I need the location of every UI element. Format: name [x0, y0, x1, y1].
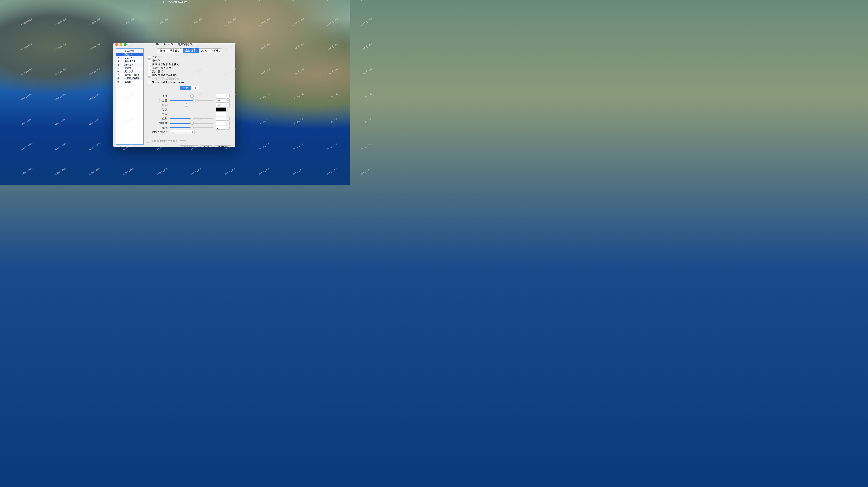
- tab-OCR[interactable]: OCR: [198, 48, 209, 53]
- preview-button[interactable]: 预览窗口: [214, 145, 232, 147]
- list-item[interactable]: 7彩色电子邮件: [116, 73, 143, 77]
- watermark-top-text: www.MacW.com: [167, 0, 187, 3]
- checkbox-row[interactable]: Split in half for book pages: [148, 80, 232, 84]
- stepper[interactable]: ▴▾: [227, 126, 229, 130]
- scan-button[interactable]: 扫描: [200, 145, 213, 147]
- watermark: macmj.com: [122, 0, 135, 1]
- slider-value[interactable]: 0: [216, 117, 226, 121]
- list-item[interactable]: 9Batch: [116, 80, 143, 84]
- slider-label: 色调:: [149, 117, 170, 121]
- slider-row-contrast: 对比度:10▴▾: [149, 98, 229, 103]
- watermark: macmj.com: [258, 142, 271, 151]
- watermark: macmj.com: [224, 18, 237, 26]
- subtab-次[interactable]: 次: [191, 86, 199, 90]
- list-header-name: 个人设置: [123, 49, 143, 53]
- remove-button[interactable]: −: [121, 146, 126, 147]
- list-item[interactable]: 8灰阶电子邮件: [116, 77, 143, 80]
- slider-value[interactable]: 2.2: [216, 103, 226, 107]
- list-item[interactable]: 1彩色 PDF: [116, 53, 143, 56]
- titlebar[interactable]: ExactScan Pro - 没有扫描仪: [114, 43, 235, 46]
- list-item[interactable]: 2灰阶 PDF: [116, 56, 143, 60]
- preset-list[interactable]: 个人设置 1彩色 PDF2灰阶 PDF3黑白 PDF4彩色复印5灰阶复印6黑白复…: [116, 48, 144, 145]
- list-item-name: 黑白复印: [123, 70, 143, 73]
- stepper[interactable]: ▴▾: [227, 94, 229, 98]
- tab-归档[interactable]: 归档: [157, 48, 167, 53]
- minimize-icon[interactable]: [120, 43, 122, 46]
- stepper[interactable]: ▴▾: [227, 117, 229, 121]
- subtab-主要[interactable]: 主要: [180, 86, 191, 90]
- color-dropout-dropdown[interactable]: 无 ▴▾: [170, 130, 195, 134]
- gear-button[interactable]: ✻▾: [126, 146, 132, 147]
- desktop: www.MacW.com ExactScan Pro - 没有扫描仪 个人设置 …: [0, 0, 350, 185]
- slider-label: 白点:: [149, 112, 170, 116]
- zoom-icon[interactable]: [124, 43, 127, 46]
- chevron-up-icon[interactable]: ▴: [227, 126, 229, 128]
- chevron-down-icon[interactable]: ▾: [227, 119, 229, 121]
- slider-row-hue: 色调:0▴▾: [149, 116, 229, 121]
- checkbox[interactable]: [148, 81, 151, 84]
- checkbox[interactable]: [148, 63, 151, 66]
- chevron-up-icon[interactable]: ▴: [227, 103, 229, 105]
- checkbox[interactable]: [148, 74, 151, 77]
- stepper[interactable]: ▴▾: [227, 98, 229, 102]
- add-button[interactable]: +: [116, 146, 121, 147]
- window-title: ExactScan Pro - 没有扫描仪: [114, 43, 235, 46]
- checkbox[interactable]: [148, 70, 151, 73]
- chevron-down-icon[interactable]: ▾: [227, 128, 229, 130]
- chevron-down-icon[interactable]: ▾: [227, 123, 229, 125]
- watermark: macmj.com: [326, 92, 339, 101]
- slider-hue[interactable]: [170, 116, 214, 121]
- checkbox-row[interactable]: 黑白反相: [148, 70, 232, 73]
- color-swatch[interactable]: [216, 107, 226, 111]
- slider-lightness[interactable]: [170, 125, 214, 130]
- checkbox-row[interactable]: 锐利化: [148, 59, 232, 62]
- list-item-name: Batch: [123, 80, 143, 84]
- list-item[interactable]: 4彩色复印: [116, 63, 143, 67]
- slider-row-brightness: 亮度:0▴▾: [149, 94, 229, 98]
- tab-高级设定[interactable]: 高级设定: [183, 48, 198, 53]
- checkbox-row[interactable]: 自动将原始影像最佳化: [148, 62, 232, 66]
- checkbox-row[interactable]: 删除页面边框与阴影: [148, 73, 232, 77]
- chevron-down-icon[interactable]: ▾: [227, 96, 229, 98]
- watermark: macmj.com: [55, 67, 67, 76]
- slider-label: 饱和度:: [149, 121, 170, 125]
- slider-brightness[interactable]: [170, 94, 214, 98]
- close-icon[interactable]: [115, 43, 118, 46]
- checkbox[interactable]: [148, 56, 151, 59]
- slider-contrast[interactable]: [170, 98, 214, 103]
- checkbox: [148, 77, 151, 80]
- tab-打印机[interactable]: 打印机: [209, 48, 222, 53]
- slider-value[interactable]: 0: [216, 121, 226, 125]
- stepper[interactable]: ▴▾: [227, 103, 229, 107]
- checkbox-row[interactable]: 光滑均匀的颜色: [148, 66, 232, 70]
- watermark: macmj.com: [89, 0, 101, 1]
- watermark: macmj.com: [21, 67, 33, 76]
- chevron-down-icon[interactable]: ▾: [227, 101, 229, 102]
- stepper[interactable]: ▴▾: [227, 121, 229, 125]
- watermark: macmj.com: [360, 67, 373, 76]
- chevron-up-icon[interactable]: ▴: [227, 99, 229, 101]
- use-back-row: 使用背面的的个别颜色设置为: [147, 139, 232, 143]
- watermark: macmj.com: [190, 0, 203, 1]
- slider-gamma[interactable]: [170, 103, 214, 107]
- slider-saturation[interactable]: [170, 121, 214, 125]
- list-item-name: 彩色 PDF: [123, 53, 143, 56]
- checkbox-label: 删除页面边框与阴影: [152, 73, 177, 77]
- tab-基本设定[interactable]: 基本设定: [167, 48, 183, 53]
- slider-value[interactable]: 10: [216, 98, 226, 102]
- list-item[interactable]: 5灰阶复印: [116, 67, 143, 70]
- checkbox-row[interactable]: 去网点: [148, 55, 232, 59]
- list-item[interactable]: 6黑白复印: [116, 70, 143, 73]
- slider-value[interactable]: 0: [216, 126, 226, 130]
- watermark: macmj.com: [360, 117, 373, 126]
- chevron-up-icon[interactable]: ▴: [227, 117, 229, 119]
- checkbox[interactable]: [148, 59, 151, 62]
- checkbox[interactable]: [148, 67, 151, 69]
- list-item[interactable]: 3黑白 PDF: [116, 60, 143, 63]
- color-swatch[interactable]: [216, 112, 226, 116]
- chevron-up-icon[interactable]: ▴: [227, 121, 229, 123]
- list-header: 个人设置: [116, 49, 143, 53]
- slider-value[interactable]: 0: [216, 94, 226, 98]
- chevron-down-icon[interactable]: ▾: [227, 105, 229, 107]
- chevron-up-icon[interactable]: ▴: [227, 94, 229, 96]
